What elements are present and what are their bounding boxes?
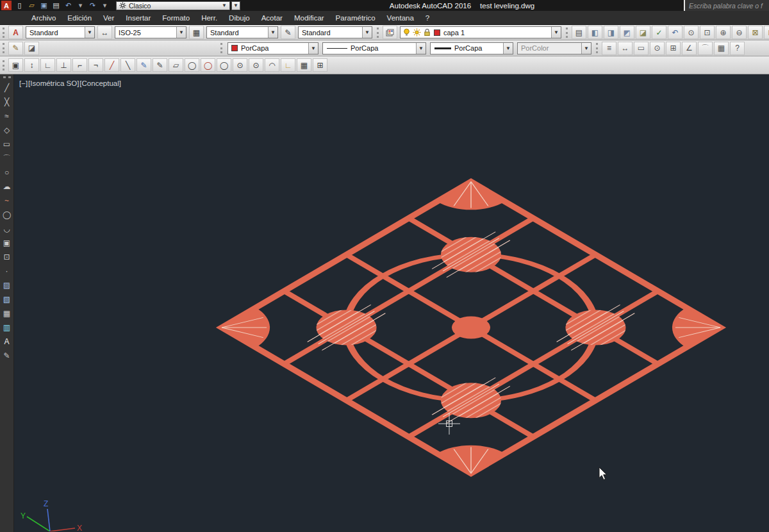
plot-button[interactable]: ▤ <box>50 1 62 10</box>
help-button[interactable]: ? <box>730 42 745 55</box>
autocad-logo-icon[interactable]: A <box>1 1 12 10</box>
menu-item[interactable]: Acotar <box>256 12 288 24</box>
table-button[interactable]: ▥ <box>1 320 13 335</box>
layer-previous-button[interactable]: ↶ <box>668 26 682 39</box>
add-selected-button[interactable]: ✎ <box>1 349 13 363</box>
workspace-extra-menu-button[interactable]: ▼ <box>231 1 240 10</box>
pointer-tool-button[interactable]: ▣ <box>8 58 23 72</box>
distance-button[interactable]: ↔ <box>618 42 633 55</box>
viewport-visual-style-button[interactable]: [Conceptual] <box>79 79 121 87</box>
measure-angle-button[interactable]: ∠ <box>682 42 697 55</box>
menu-item[interactable]: ? <box>420 12 435 24</box>
hatch-button[interactable]: ▨ <box>1 278 13 292</box>
menu-item[interactable]: Dibujo <box>223 12 256 24</box>
layer-merge-button[interactable]: ⊕ <box>716 26 731 39</box>
menu-item[interactable]: Paramétrico <box>330 12 381 24</box>
polyline-button[interactable]: ≈ <box>1 109 13 123</box>
layer-unisolate-button[interactable]: ◨ <box>604 26 618 39</box>
layer-states-button[interactable]: ▤ <box>572 26 586 39</box>
menu-item[interactable]: Archivo <box>26 12 62 24</box>
insert-block-button[interactable]: ▣ <box>1 236 13 250</box>
viewport-view-button[interactable]: [Isométrica SO] <box>28 79 79 87</box>
lightbulb-icon[interactable] <box>403 28 410 37</box>
menu-item[interactable]: Formato <box>156 12 195 24</box>
revision-cloud-button[interactable]: ☁ <box>1 179 13 194</box>
snap-end-button[interactable]: ∟ <box>40 58 55 72</box>
match-properties-button[interactable]: ✎ <box>8 42 23 55</box>
properties-palette-button[interactable]: ◪ <box>24 42 39 55</box>
quick-calc-button[interactable]: ⊞ <box>666 42 681 55</box>
measure-arc-button[interactable]: ⌒ <box>698 42 713 55</box>
save-button[interactable]: ▣ <box>38 1 50 10</box>
text-style-combo[interactable]: Standard ▼ <box>26 26 95 38</box>
toolbar-grip[interactable] <box>3 28 4 38</box>
layer-color-swatch[interactable] <box>434 29 440 36</box>
region-mass-button[interactable]: ▦ <box>714 42 729 55</box>
text-style-button[interactable]: A <box>8 26 23 39</box>
point-button[interactable]: · <box>1 264 13 278</box>
polygon-button[interactable]: ◇ <box>1 123 13 137</box>
lock-icon[interactable] <box>424 28 431 37</box>
toolbar-grip[interactable] <box>3 60 4 71</box>
make-layer-current-button[interactable]: ✓ <box>652 26 666 39</box>
menu-item[interactable]: Insertar <box>120 12 156 24</box>
toolbar-grip[interactable] <box>3 43 4 53</box>
layer-walk-button[interactable]: ⊙ <box>684 26 699 39</box>
rectangle-button[interactable]: ▭ <box>1 137 13 151</box>
construction-line-button[interactable]: ╳ <box>1 95 13 109</box>
circle-tool3-button[interactable]: ◯ <box>217 58 231 72</box>
redo-button[interactable]: ↷ <box>87 1 99 10</box>
layer-isolate-button[interactable]: ◧ <box>588 26 602 39</box>
arc-button[interactable]: ⌒ <box>1 151 13 165</box>
snap-corner2-button[interactable]: ¬ <box>88 58 103 72</box>
donut2-button[interactable]: ⊙ <box>249 58 263 72</box>
region-button[interactable]: ▦ <box>1 306 13 320</box>
snap-perp-button[interactable]: ⊥ <box>56 58 71 72</box>
toolbar-grip[interactable] <box>220 43 222 53</box>
table-style-button[interactable]: ▦ <box>189 26 204 39</box>
layer-match-button[interactable]: ⊡ <box>700 26 715 39</box>
help-search-input[interactable]: Escriba palabra clave o f <box>684 0 769 11</box>
line-diag2-button[interactable]: ╲ <box>120 58 135 72</box>
menu-item[interactable]: Edición <box>62 12 97 24</box>
spline-button[interactable]: ~ <box>1 194 13 208</box>
model-space-viewport[interactable]: [−] [Isométrica SO] [Conceptual] <box>14 74 769 532</box>
toolbar-grip[interactable] <box>596 43 598 53</box>
multileader-style-combo[interactable]: Standard ▼ <box>298 26 372 38</box>
menu-item[interactable]: Modificar <box>288 12 330 24</box>
menu-item[interactable]: Ventana <box>381 12 420 24</box>
circle-tool1-button[interactable]: ◯ <box>185 58 199 72</box>
undo-button[interactable]: ↶ <box>62 1 74 10</box>
layer-properties-button[interactable] <box>383 26 397 39</box>
undo-menu-button[interactable]: ▾ <box>74 1 87 10</box>
sketch2-button[interactable]: ✎ <box>153 58 167 72</box>
toolbar-grip[interactable] <box>3 76 11 78</box>
multileader-style-button[interactable]: ✎ <box>281 26 295 39</box>
arc-corner-button[interactable]: ◠ <box>265 58 279 72</box>
table-tool-button[interactable]: ⊞ <box>313 58 327 72</box>
menu-item[interactable]: Ver <box>97 12 120 24</box>
locate-point-button[interactable]: ⊙ <box>650 42 665 55</box>
snap-corner1-button[interactable]: ⌐ <box>72 58 87 72</box>
open-file-button[interactable]: ▱ <box>26 1 38 10</box>
area-button[interactable]: ▭ <box>634 42 649 55</box>
layer-on-button[interactable]: ⊞ <box>764 26 769 39</box>
gradient-button[interactable]: ▧ <box>1 292 13 306</box>
line-button[interactable]: ╱ <box>1 81 13 95</box>
list-button[interactable]: ≡ <box>602 42 616 55</box>
circle-tool2-button[interactable]: ◯ <box>201 58 215 72</box>
layer-delete-button[interactable]: ⊖ <box>732 26 747 39</box>
create-block-button[interactable]: ⊡ <box>1 250 13 264</box>
plane-button[interactable]: ▱ <box>169 58 183 72</box>
dimension-style-combo[interactable]: ISO-25 ▼ <box>115 26 186 38</box>
redo-menu-button[interactable]: ▾ <box>99 1 111 10</box>
workspace-switcher[interactable]: Clasico ▼ <box>116 1 230 10</box>
sun-icon[interactable] <box>413 28 421 37</box>
toolbar-grip[interactable] <box>566 28 568 38</box>
ellipse-button[interactable]: ◯ <box>1 208 13 222</box>
grid-tool-button[interactable]: ▦ <box>297 58 311 72</box>
donut1-button[interactable]: ⊙ <box>233 58 247 72</box>
multiline-text-button[interactable]: A <box>1 335 13 349</box>
toolbar-grip[interactable] <box>377 28 379 38</box>
ellipse-arc-button[interactable]: ◡ <box>1 222 13 236</box>
